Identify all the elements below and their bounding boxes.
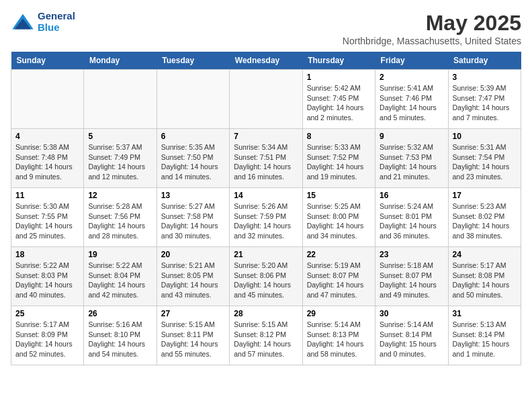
cell-w4-d4: 22Sunrise: 5:19 AM Sunset: 8:07 PM Dayli… [302, 247, 375, 306]
cell-w5-d3: 28Sunrise: 5:15 AM Sunset: 8:12 PM Dayli… [230, 306, 302, 365]
day-info: Sunrise: 5:18 AM Sunset: 8:07 PM Dayligh… [380, 261, 443, 300]
day-number: 22 [307, 250, 371, 259]
day-number: 18 [15, 250, 79, 259]
week-row-4: 18Sunrise: 5:22 AM Sunset: 8:03 PM Dayli… [11, 247, 521, 306]
col-friday: Friday [375, 52, 448, 70]
day-number: 20 [161, 250, 225, 259]
cell-w3-d5: 16Sunrise: 5:24 AM Sunset: 8:01 PM Dayli… [375, 188, 448, 247]
day-info: Sunrise: 5:13 AM Sunset: 8:14 PM Dayligh… [453, 320, 517, 359]
day-info: Sunrise: 5:37 AM Sunset: 7:49 PM Dayligh… [88, 142, 152, 182]
calendar-table: Sunday Monday Tuesday Wednesday Thursday… [11, 52, 521, 365]
day-info: Sunrise: 5:17 AM Sunset: 8:08 PM Dayligh… [453, 261, 517, 300]
cell-w2-d4: 8Sunrise: 5:33 AM Sunset: 7:52 PM Daylig… [302, 129, 375, 188]
cell-w4-d1: 19Sunrise: 5:22 AM Sunset: 8:04 PM Dayli… [84, 247, 157, 306]
day-info: Sunrise: 5:42 AM Sunset: 7:45 PM Dayligh… [307, 83, 371, 123]
cell-w3-d1: 12Sunrise: 5:28 AM Sunset: 7:56 PM Dayli… [84, 188, 157, 247]
day-number: 6 [161, 132, 225, 141]
day-info: Sunrise: 5:24 AM Sunset: 8:01 PM Dayligh… [380, 201, 443, 241]
cell-w3-d0: 11Sunrise: 5:30 AM Sunset: 7:55 PM Dayli… [11, 188, 84, 247]
day-number: 2 [380, 73, 443, 82]
day-info: Sunrise: 5:14 AM Sunset: 8:14 PM Dayligh… [380, 320, 443, 359]
cell-w1-d2 [157, 70, 229, 129]
col-sunday: Sunday [11, 52, 84, 70]
day-info: Sunrise: 5:35 AM Sunset: 7:50 PM Dayligh… [161, 142, 225, 182]
day-info: Sunrise: 5:33 AM Sunset: 7:52 PM Dayligh… [307, 142, 371, 182]
day-info: Sunrise: 5:17 AM Sunset: 8:09 PM Dayligh… [15, 320, 79, 359]
day-info: Sunrise: 5:38 AM Sunset: 7:48 PM Dayligh… [15, 142, 79, 182]
day-info: Sunrise: 5:14 AM Sunset: 8:13 PM Dayligh… [307, 320, 371, 359]
title-area: May 2025 Northbridge, Massachusetts, Uni… [343, 11, 521, 46]
cell-w2-d3: 7Sunrise: 5:34 AM Sunset: 7:51 PM Daylig… [230, 129, 302, 188]
cell-w5-d1: 26Sunrise: 5:16 AM Sunset: 8:10 PM Dayli… [84, 306, 157, 365]
day-number: 26 [88, 309, 152, 318]
cell-w3-d2: 13Sunrise: 5:27 AM Sunset: 7:58 PM Dayli… [157, 188, 229, 247]
day-info: Sunrise: 5:21 AM Sunset: 8:05 PM Dayligh… [161, 261, 225, 300]
day-info: Sunrise: 5:39 AM Sunset: 7:47 PM Dayligh… [453, 83, 517, 123]
day-info: Sunrise: 5:41 AM Sunset: 7:46 PM Dayligh… [380, 83, 443, 123]
day-info: Sunrise: 5:16 AM Sunset: 8:10 PM Dayligh… [88, 320, 152, 359]
logo-text-general: General [38, 11, 75, 22]
cell-w1-d3 [230, 70, 302, 129]
day-info: Sunrise: 5:31 AM Sunset: 7:54 PM Dayligh… [453, 142, 517, 182]
cell-w3-d3: 14Sunrise: 5:26 AM Sunset: 7:59 PM Dayli… [230, 188, 302, 247]
day-info: Sunrise: 5:15 AM Sunset: 8:12 PM Dayligh… [234, 320, 298, 359]
logo: General Blue [11, 11, 75, 33]
day-number: 15 [307, 191, 371, 200]
week-row-5: 25Sunrise: 5:17 AM Sunset: 8:09 PM Dayli… [11, 306, 521, 365]
day-info: Sunrise: 5:22 AM Sunset: 8:04 PM Dayligh… [88, 261, 152, 300]
col-thursday: Thursday [302, 52, 375, 70]
cell-w2-d1: 5Sunrise: 5:37 AM Sunset: 7:49 PM Daylig… [84, 129, 157, 188]
day-number: 27 [161, 309, 225, 318]
cell-w1-d1 [84, 70, 157, 129]
cell-w4-d0: 18Sunrise: 5:22 AM Sunset: 8:03 PM Dayli… [11, 247, 84, 306]
day-number: 30 [380, 309, 443, 318]
col-tuesday: Tuesday [157, 52, 229, 70]
day-number: 12 [88, 191, 152, 200]
day-number: 31 [453, 309, 517, 318]
cell-w4-d3: 21Sunrise: 5:20 AM Sunset: 8:06 PM Dayli… [230, 247, 302, 306]
day-number: 19 [88, 250, 152, 259]
day-info: Sunrise: 5:32 AM Sunset: 7:53 PM Dayligh… [380, 142, 443, 182]
week-row-1: 1Sunrise: 5:42 AM Sunset: 7:45 PM Daylig… [11, 70, 521, 129]
cell-w5-d6: 31Sunrise: 5:13 AM Sunset: 8:14 PM Dayli… [448, 306, 521, 365]
cell-w2-d0: 4Sunrise: 5:38 AM Sunset: 7:48 PM Daylig… [11, 129, 84, 188]
day-info: Sunrise: 5:27 AM Sunset: 7:58 PM Dayligh… [161, 201, 225, 241]
month-title: May 2025 [343, 11, 521, 36]
cell-w2-d6: 10Sunrise: 5:31 AM Sunset: 7:54 PM Dayli… [448, 129, 521, 188]
header-row: Sunday Monday Tuesday Wednesday Thursday… [11, 52, 521, 70]
cell-w2-d2: 6Sunrise: 5:35 AM Sunset: 7:50 PM Daylig… [157, 129, 229, 188]
cell-w4-d5: 23Sunrise: 5:18 AM Sunset: 8:07 PM Dayli… [375, 247, 448, 306]
day-number: 25 [15, 309, 79, 318]
cell-w2-d5: 9Sunrise: 5:32 AM Sunset: 7:53 PM Daylig… [375, 129, 448, 188]
day-info: Sunrise: 5:15 AM Sunset: 8:11 PM Dayligh… [161, 320, 225, 359]
logo-icon [11, 13, 35, 32]
day-number: 14 [234, 191, 298, 200]
day-number: 3 [453, 73, 517, 82]
cell-w1-d0 [11, 70, 84, 129]
col-wednesday: Wednesday [230, 52, 302, 70]
cell-w5-d2: 27Sunrise: 5:15 AM Sunset: 8:11 PM Dayli… [157, 306, 229, 365]
cell-w3-d6: 17Sunrise: 5:23 AM Sunset: 8:02 PM Dayli… [448, 188, 521, 247]
cell-w5-d0: 25Sunrise: 5:17 AM Sunset: 8:09 PM Dayli… [11, 306, 84, 365]
day-number: 23 [380, 250, 443, 259]
week-row-2: 4Sunrise: 5:38 AM Sunset: 7:48 PM Daylig… [11, 129, 521, 188]
day-info: Sunrise: 5:30 AM Sunset: 7:55 PM Dayligh… [15, 201, 79, 241]
day-number: 13 [161, 191, 225, 200]
cell-w3-d4: 15Sunrise: 5:25 AM Sunset: 8:00 PM Dayli… [302, 188, 375, 247]
location: Northbridge, Massachusetts, United State… [343, 36, 521, 46]
day-number: 21 [234, 250, 298, 259]
day-info: Sunrise: 5:28 AM Sunset: 7:56 PM Dayligh… [88, 201, 152, 241]
day-info: Sunrise: 5:19 AM Sunset: 8:07 PM Dayligh… [307, 261, 371, 300]
day-number: 9 [380, 132, 443, 141]
day-number: 5 [88, 132, 152, 141]
cell-w1-d4: 1Sunrise: 5:42 AM Sunset: 7:45 PM Daylig… [302, 70, 375, 129]
logo-text-blue: Blue [38, 22, 75, 34]
day-number: 4 [15, 132, 79, 141]
cell-w1-d5: 2Sunrise: 5:41 AM Sunset: 7:46 PM Daylig… [375, 70, 448, 129]
day-number: 24 [453, 250, 517, 259]
day-number: 17 [453, 191, 517, 200]
day-number: 11 [15, 191, 79, 200]
week-row-3: 11Sunrise: 5:30 AM Sunset: 7:55 PM Dayli… [11, 188, 521, 247]
day-number: 16 [380, 191, 443, 200]
cell-w4-d6: 24Sunrise: 5:17 AM Sunset: 8:08 PM Dayli… [448, 247, 521, 306]
